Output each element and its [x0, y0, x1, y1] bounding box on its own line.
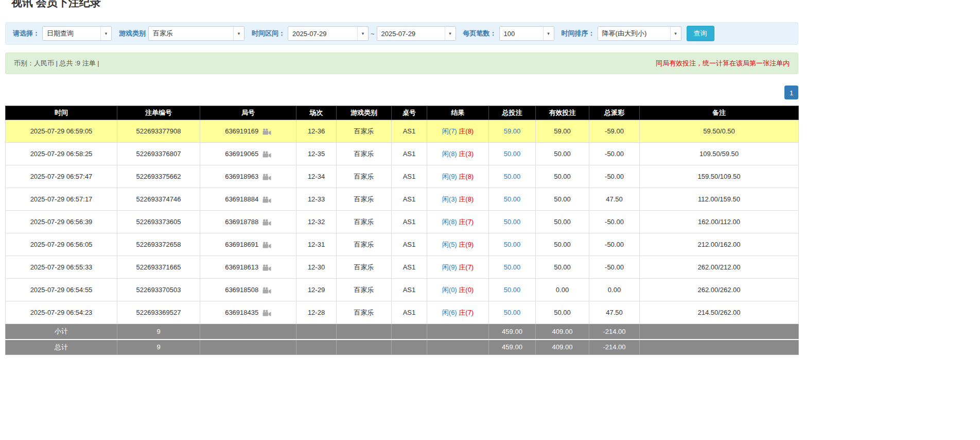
- column-header: 总投注: [489, 106, 536, 120]
- total-bet-link[interactable]: 50.00: [504, 195, 521, 203]
- result-banker: 庄(7): [459, 309, 474, 316]
- empty-cell: [296, 324, 337, 340]
- subtotal-label: 小计: [6, 324, 117, 340]
- pagination: 1: [5, 86, 798, 99]
- video-replay-icon[interactable]: [262, 264, 271, 271]
- result-banker: 庄(8): [459, 127, 474, 135]
- cell-round-id: 636919169: [200, 120, 296, 143]
- total-bet-link[interactable]: 50.00: [504, 218, 521, 226]
- total-bet-link[interactable]: 50.00: [504, 309, 521, 316]
- cell-time: 2025-07-29 06:57:47: [6, 165, 117, 188]
- chevron-down-icon[interactable]: ▾: [543, 27, 554, 40]
- page-size-select[interactable]: 100 ▾: [499, 26, 554, 41]
- cell-game-type: 百家乐: [337, 188, 392, 211]
- result-player: 闲(9): [442, 263, 457, 271]
- cell-note: 159.50/109.50: [640, 165, 799, 188]
- table-row: 2025-07-29 06:57:47522693375662636918963…: [6, 165, 799, 188]
- total-bet-link[interactable]: 50.00: [504, 150, 521, 158]
- chevron-down-icon[interactable]: ▾: [357, 27, 368, 40]
- cell-note: 214.50/262.00: [640, 301, 799, 324]
- video-replay-icon[interactable]: [262, 287, 271, 294]
- cell-result: 闲(5) 庄(9): [427, 233, 489, 256]
- result-player: 闲(8): [442, 150, 457, 158]
- total-bet-link[interactable]: 50.00: [504, 263, 521, 271]
- cell-table-no: AS1: [392, 279, 427, 301]
- cell-time: 2025-07-29 06:56:39: [6, 211, 117, 233]
- video-replay-icon[interactable]: [262, 242, 271, 248]
- cell-table-no: AS1: [392, 143, 427, 165]
- result-player: 闲(5): [442, 241, 457, 248]
- chevron-down-icon[interactable]: ▾: [233, 27, 244, 40]
- column-header: 场次: [296, 106, 337, 120]
- cell-note: 162.00/112.00: [640, 211, 799, 233]
- result-player: 闲(0): [442, 286, 457, 294]
- table-row: 2025-07-29 06:57:17522693374746636918884…: [6, 188, 799, 211]
- total-row: 总计 9 459.00 409.00 -214.00: [6, 340, 799, 355]
- filter-bar: 请选择： 日期查询 ▾ 游戏类别 百家乐 ▾ 时间区间： 2025-07-29 …: [5, 22, 798, 45]
- search-button[interactable]: 查询: [687, 26, 714, 41]
- cell-time: 2025-07-29 06:59:05: [6, 120, 117, 143]
- time-sort-select[interactable]: 降幂(由大到小) ▾: [598, 26, 681, 41]
- page-size-value: 100: [500, 30, 543, 38]
- cell-note: 262.00/262.00: [640, 279, 799, 301]
- result-banker: 庄(7): [459, 218, 474, 226]
- empty-cell: [392, 324, 427, 340]
- cell-result: 闲(9) 庄(8): [427, 165, 489, 188]
- cell-total-bet: 50.00: [489, 256, 536, 279]
- cell-session: 12-34: [296, 165, 337, 188]
- total-bet-link[interactable]: 50.00: [504, 173, 521, 180]
- result-player: 闲(3): [442, 195, 457, 203]
- empty-cell: [337, 340, 392, 355]
- cell-table-no: AS1: [392, 301, 427, 324]
- video-replay-icon[interactable]: [262, 196, 271, 203]
- video-replay-icon[interactable]: [262, 174, 271, 180]
- query-type-select[interactable]: 日期查询 ▾: [42, 26, 112, 41]
- empty-cell: [296, 340, 337, 355]
- result-player: 闲(8): [442, 218, 457, 226]
- video-replay-icon[interactable]: [262, 128, 271, 135]
- cell-session: 12-32: [296, 211, 337, 233]
- cell-total-bet: 50.00: [489, 143, 536, 165]
- chevron-down-icon[interactable]: ▾: [100, 27, 111, 40]
- empty-cell: [200, 340, 296, 355]
- cell-valid-bet: 50.00: [536, 143, 589, 165]
- cell-bet-id: 522693375662: [117, 165, 200, 188]
- table-row: 2025-07-29 06:56:05522693372658636918691…: [6, 233, 799, 256]
- cell-valid-bet: 50.00: [536, 256, 589, 279]
- total-bet-link[interactable]: 59.00: [504, 127, 521, 135]
- result-banker: 庄(9): [459, 241, 474, 248]
- cell-result: 闲(3) 庄(8): [427, 188, 489, 211]
- cell-result: 闲(8) 庄(7): [427, 211, 489, 233]
- cell-valid-bet: 50.00: [536, 211, 589, 233]
- result-player: 闲(6): [442, 309, 457, 316]
- cell-total-bet: 50.00: [489, 165, 536, 188]
- chevron-down-icon[interactable]: ▾: [670, 27, 681, 40]
- date-to-input[interactable]: 2025-07-29 ▾: [377, 26, 456, 41]
- empty-cell: [337, 324, 392, 340]
- column-header: 注单编号: [117, 106, 200, 120]
- cell-time: 2025-07-29 06:55:33: [6, 256, 117, 279]
- cell-payout: -50.00: [589, 233, 640, 256]
- video-replay-icon[interactable]: [262, 151, 271, 158]
- chevron-down-icon[interactable]: ▾: [445, 27, 456, 40]
- cell-round-id: 636918691: [200, 233, 296, 256]
- cell-payout: 0.00: [589, 279, 640, 301]
- page-title: 视讯 会员下注纪录: [11, 0, 798, 10]
- total-bet-link[interactable]: 50.00: [504, 241, 521, 248]
- video-replay-icon[interactable]: [262, 310, 271, 316]
- cell-bet-id: 522693371665: [117, 256, 200, 279]
- column-header: 桌号: [392, 106, 427, 120]
- cell-result: 闲(7) 庄(8): [427, 120, 489, 143]
- game-type-select[interactable]: 百家乐 ▾: [148, 26, 244, 41]
- summary-note: 同局有效投注，统一计算在该局第一张注单内: [656, 59, 790, 68]
- cell-note: 109.50/59.50: [640, 143, 799, 165]
- total-label: 总计: [6, 340, 117, 355]
- result-banker: 庄(3): [459, 150, 474, 158]
- date-from-value: 2025-07-29: [288, 30, 357, 38]
- total-bet-link[interactable]: 50.00: [504, 286, 521, 294]
- subtotal-total-bet: 459.00: [489, 324, 536, 340]
- page-1-button[interactable]: 1: [784, 86, 798, 99]
- cell-game-type: 百家乐: [337, 120, 392, 143]
- date-from-input[interactable]: 2025-07-29 ▾: [288, 26, 369, 41]
- video-replay-icon[interactable]: [262, 219, 271, 226]
